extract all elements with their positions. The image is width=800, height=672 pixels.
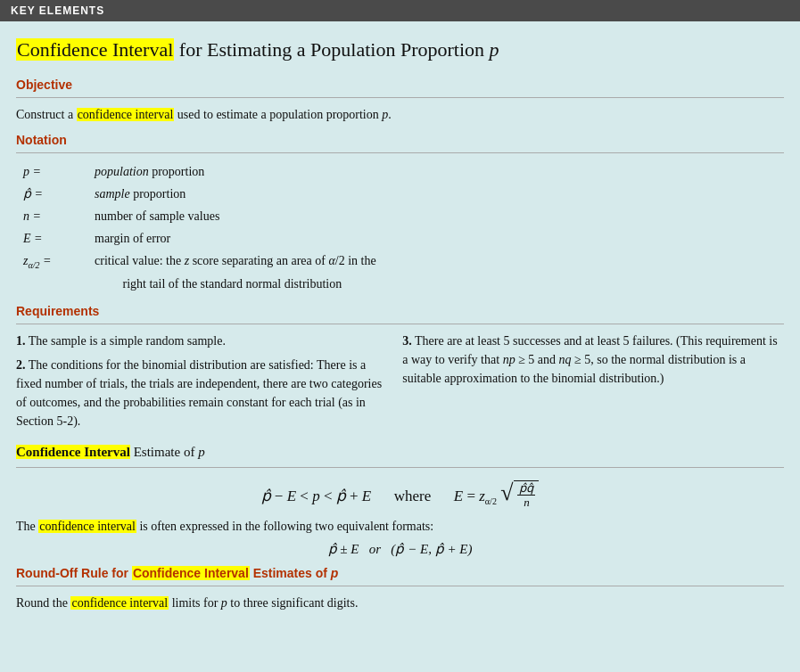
notation-sym-phat: p̂ = <box>23 183 95 205</box>
notation-row-phat: p̂ = sample proportion <box>23 183 784 205</box>
notation-row-n: n = number of sample values <box>23 205 784 227</box>
notation-desc-phat: sample proportion <box>95 183 784 205</box>
requirements-section: Requirements 1. The sample is a simple r… <box>16 304 784 436</box>
notation-table: p = population proportion p̂ = sample pr… <box>23 160 784 295</box>
notation-desc-p: population proportion <box>95 160 784 183</box>
notation-sym-z: zα/2 = <box>23 250 95 274</box>
sqrt-container: √ p̂q̂ n <box>500 479 539 508</box>
title-suffix: for Estimating a Population Proportion p <box>174 38 499 61</box>
ci-estimate-section: Confidence Interval Estimate of p p̂ − E… <box>16 445 784 557</box>
sqrt-symbol: √ <box>500 481 513 504</box>
objective-highlight: confidence interval <box>77 108 175 121</box>
main-content: Confidence Interval for Estimating a Pop… <box>0 21 800 635</box>
sqrt-content: p̂q̂ n <box>514 480 539 510</box>
page-container: KEY ELEMENTS Confidence Interval for Est… <box>0 0 800 635</box>
roundoff-text-highlight: confidence interval <box>70 596 169 610</box>
key-elements-label: KEY ELEMENTS <box>11 4 104 17</box>
req-item-1: 1. The sample is a simple random sample. <box>16 332 384 350</box>
objective-divider <box>16 97 784 98</box>
key-elements-bar: KEY ELEMENTS <box>0 0 800 21</box>
notation-header: Notation <box>16 133 784 147</box>
notation-sym-n: n = <box>23 205 95 227</box>
title-highlight: Confidence Interval <box>16 38 174 61</box>
notation-row-p: p = population proportion <box>23 160 784 183</box>
requirements-divider <box>16 324 784 324</box>
notation-row-z: zα/2 = critical value: the z score separ… <box>23 250 784 294</box>
notation-desc-z: critical value: the z score separating a… <box>95 250 784 294</box>
roundoff-header-highlight: Confidence Interval <box>132 566 250 580</box>
roundoff-text: Round the confidence interval limits for… <box>16 594 784 612</box>
formula-e-equals: E <box>454 487 463 504</box>
formula-formats: p̂ ± E or (p̂ − E, p̂ + E) <box>16 541 784 557</box>
notation-sym-p: p = <box>23 160 95 183</box>
ci-estimate-divider <box>16 467 784 468</box>
notation-divider <box>16 152 784 153</box>
req-num-3: 3. <box>402 334 412 348</box>
notation-sym-e: E = <box>23 227 95 250</box>
notation-desc-n: number of sample values <box>95 205 784 227</box>
notation-row-e: E = margin of error <box>23 227 784 250</box>
fraction-numerator: p̂q̂ <box>517 481 535 496</box>
req-item-3: 3. There are at least 5 successes and at… <box>402 332 784 388</box>
objective-text: Construct a confidence interval used to … <box>16 105 784 124</box>
req-num-2: 2. <box>16 358 26 372</box>
roundoff-divider <box>16 586 784 586</box>
requirements-columns: 1. The sample is a simple random sample.… <box>16 332 784 436</box>
roundoff-header: Round-Off Rule for Confidence Interval E… <box>16 566 784 580</box>
req-num-1: 1. <box>16 334 26 348</box>
ci-text: The confidence interval is often express… <box>16 517 784 536</box>
fraction-denominator: n <box>522 496 532 510</box>
requirements-right: 3. There are at least 5 successes and at… <box>402 332 784 436</box>
ci-text-highlight: confidence interval <box>38 520 136 533</box>
roundoff-section: Round-Off Rule for Confidence Interval E… <box>16 566 784 612</box>
req-item-2: 2. The conditions for the binomial distr… <box>16 356 384 430</box>
formula-where: where <box>394 487 432 504</box>
main-title: Confidence Interval for Estimating a Pop… <box>16 37 784 63</box>
notation-desc-e: margin of error <box>95 227 784 250</box>
notation-section: Notation p = population proportion p̂ = … <box>16 133 784 295</box>
fraction-pq-n: p̂q̂ n <box>517 481 535 510</box>
objective-section: Objective Construct a confidence interva… <box>16 78 784 124</box>
requirements-left: 1. The sample is a simple random sample.… <box>16 332 384 436</box>
objective-header: Objective <box>16 78 784 92</box>
requirements-header: Requirements <box>16 304 784 318</box>
ci-title-highlight: Confidence Interval <box>16 445 130 459</box>
formula-main-block: p̂ − E < p < p̂ + E where E = zα/2 √ p̂q… <box>16 479 784 508</box>
ci-estimate-title: Confidence Interval Estimate of p <box>16 445 784 460</box>
formula-phat-minus-e: p̂ <box>261 487 271 504</box>
